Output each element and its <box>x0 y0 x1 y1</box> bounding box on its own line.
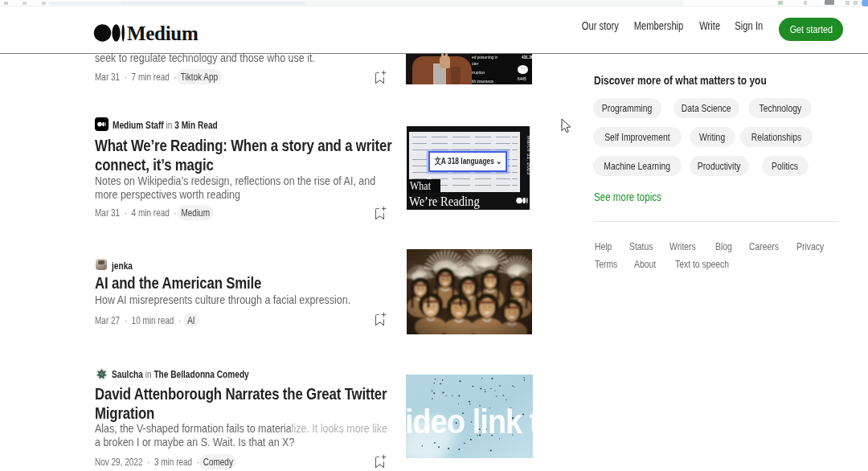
svg-text:March 31, 2023: March 31, 2023 <box>526 136 530 175</box>
